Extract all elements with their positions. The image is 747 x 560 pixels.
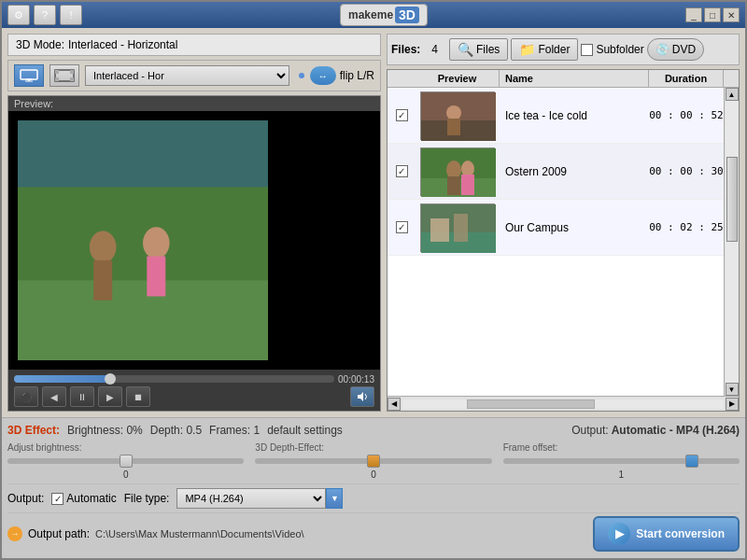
subfolder-checkbox[interactable] — [581, 44, 593, 56]
h-scroll-track — [402, 399, 724, 409]
row1-name: Ice tea - Ice cold — [500, 105, 649, 126]
depth-value: 0 — [255, 469, 491, 480]
row2-duration: 00 : 00 : 30 — [649, 165, 724, 177]
play-button[interactable]: ▶ — [98, 386, 122, 407]
svg-rect-26 — [461, 175, 474, 195]
prev-button[interactable]: ◀ — [42, 386, 66, 407]
volume-up-button[interactable] — [350, 386, 374, 407]
settings-icon[interactable]: ⚙ — [7, 5, 30, 25]
help-icon[interactable]: ? — [34, 5, 56, 25]
svg-rect-30 — [454, 214, 468, 242]
svg-rect-13 — [93, 260, 112, 301]
start-conversion-button[interactable]: ▶ Start conversion — [593, 516, 740, 552]
row3-checkbox[interactable] — [396, 221, 408, 233]
flip-label: flip L/R — [340, 69, 374, 82]
scroll-left-button[interactable]: ◀ — [388, 398, 401, 411]
svg-marker-16 — [358, 392, 363, 401]
depth-thumb[interactable] — [367, 455, 380, 468]
mode-monitor-button[interactable] — [14, 64, 44, 87]
h-scroll-thumb[interactable] — [467, 399, 596, 409]
filetype-label: File type: — [124, 492, 170, 505]
svg-rect-11 — [18, 120, 268, 187]
pause-button[interactable]: ⏸ — [70, 386, 94, 407]
brightness-slider[interactable] — [7, 458, 244, 464]
svg-rect-7 — [70, 70, 74, 74]
row3-preview — [416, 201, 500, 255]
filetype-select-group: MP4 (H.264) AVI MKV ▼ — [176, 488, 343, 509]
table-row: Ice tea - Ice cold 00 : 00 : 52 — [388, 88, 724, 144]
row2-checkbox[interactable] — [396, 165, 408, 177]
video-image — [18, 120, 268, 360]
subfolder-label: Subfolder — [596, 43, 643, 56]
file-list-header: Preview Name Duration — [388, 70, 739, 88]
title-center: makeme 3D — [82, 4, 685, 26]
svg-rect-5 — [55, 70, 59, 74]
depth-display: Depth: 0.5 — [150, 424, 202, 437]
auto-checkbox[interactable] — [51, 493, 63, 505]
svg-rect-29 — [430, 218, 449, 242]
time-display: 00:00:13 — [338, 374, 374, 385]
mode-film-button[interactable] — [49, 64, 79, 87]
maximize-button[interactable]: □ — [704, 7, 721, 22]
folder-button[interactable]: 📁 Folder — [511, 38, 578, 61]
preview-label: Preview: — [8, 96, 380, 111]
depth-slider[interactable] — [255, 458, 491, 464]
file-list-scrollbar: ▲ ▼ — [724, 88, 739, 396]
output-value: Automatic - MP4 (H.264) — [612, 424, 740, 437]
mode-controls: Interlaced - Hor Side by Side Anaglyph ↔… — [7, 60, 381, 91]
main-content: 3D Mode: Interlaced - Horizontal Interla… — [2, 28, 745, 417]
files-count: 4 — [431, 43, 438, 56]
files-header: Files: 4 🔍 Files 📁 Folder Subfolder — [387, 34, 740, 65]
brightness-slider-group: Adjust brightness: 0 — [7, 442, 244, 480]
mode-display-bar: 3D Mode: Interlaced - Horizontal — [7, 34, 381, 56]
info-icon[interactable]: ! — [60, 5, 82, 25]
minimize-button[interactable]: _ — [685, 7, 702, 22]
file-buttons: 🔍 Files 📁 Folder Subfolder 💿 DVD — [449, 38, 704, 61]
start-icon: ▶ — [608, 523, 630, 545]
file-list: Preview Name Duration — [387, 69, 740, 412]
bottom-section: 3D Effect: Brightness: 0% Depth: 0.5 Fra… — [2, 417, 745, 558]
h-scrollbar: ◀ ▶ — [388, 396, 739, 411]
table-row: Ostern 2009 00 : 00 : 30 — [388, 144, 724, 200]
filetype-select[interactable]: MP4 (H.264) AVI MKV — [176, 488, 326, 509]
svg-rect-10 — [18, 280, 268, 360]
col-preview-header: Preview — [416, 70, 500, 87]
seek-bar[interactable] — [14, 375, 334, 383]
dvd-icon: 💿 — [655, 43, 669, 56]
flip-button[interactable]: ↔ flip L/R — [310, 66, 374, 85]
auto-label: Automatic — [66, 492, 116, 505]
scroll-right-button[interactable]: ▶ — [726, 398, 739, 411]
output-row-label: Output: — [7, 492, 44, 505]
row1-checkbox[interactable] — [396, 109, 408, 121]
mode-select[interactable]: Interlaced - Hor Side by Side Anaglyph — [85, 65, 289, 86]
close-button[interactable]: ✕ — [723, 7, 740, 22]
filetype-dropdown-arrow[interactable]: ▼ — [326, 488, 343, 509]
path-icon: → — [7, 526, 22, 541]
output-path-value: C:\Users\Max Mustermann\Documents\Video\ — [95, 528, 587, 539]
svg-rect-8 — [70, 77, 74, 81]
left-panel: 3D Mode: Interlaced - Horizontal Interla… — [7, 34, 381, 412]
seek-thumb — [105, 373, 116, 385]
frame-slider[interactable] — [503, 458, 740, 464]
scroll-thumb[interactable] — [726, 157, 738, 242]
record-button[interactable]: ⚫ — [14, 386, 38, 407]
brightness-thumb[interactable] — [120, 455, 133, 468]
row3-check — [388, 221, 416, 233]
stop-button[interactable]: ⏹ — [126, 386, 150, 407]
dvd-button[interactable]: 💿 DVD — [647, 38, 704, 61]
row1-thumbnail — [420, 91, 495, 140]
controls-row: ⚫ ◀ ⏸ ▶ ⏹ — [14, 386, 374, 407]
frame-value: 1 — [503, 469, 740, 480]
frame-thumb[interactable] — [685, 455, 698, 468]
auto-checkbox-group: Automatic — [51, 492, 116, 505]
path-start-row: → Output path: C:\Users\Max Mustermann\D… — [7, 512, 740, 554]
scroll-up-button[interactable]: ▲ — [726, 88, 739, 101]
svg-rect-15 — [147, 257, 165, 297]
files-button[interactable]: 🔍 Files — [449, 38, 508, 61]
folder-btn-label: Folder — [538, 43, 570, 56]
logo-3d: 3D — [395, 7, 419, 23]
seek-row: 00:00:13 — [14, 373, 374, 385]
playback-controls: 00:00:13 ⚫ ◀ ⏸ ▶ ⏹ — [8, 370, 380, 411]
col-name-header: Name — [500, 70, 649, 87]
scroll-down-button[interactable]: ▼ — [726, 383, 739, 396]
